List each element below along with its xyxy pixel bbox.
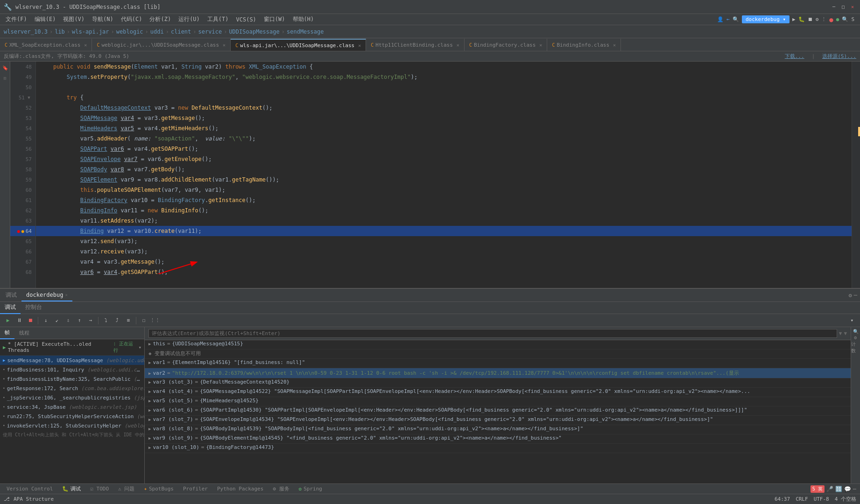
breadcrumb-service[interactable]: service [198, 28, 222, 35]
bottom-tab-spring[interactable]: ✿ Spring [294, 485, 327, 493]
menu-edit[interactable]: 编辑(E) [31, 14, 60, 24]
bottom-tab-services[interactable]: ⚙ 服务 [268, 484, 294, 493]
tab-close-bi[interactable]: ✕ [613, 42, 616, 48]
toolbar-debug-icon[interactable]: 🐛 [798, 16, 805, 22]
more-icon[interactable]: ⋯ [853, 486, 856, 492]
tab-binding-factory[interactable]: C BindingFactory.class ✕ [465, 39, 548, 51]
s-label-icon[interactable]: S 英 [811, 485, 825, 493]
download-link[interactable]: 下载... [785, 53, 804, 60]
expr-more[interactable]: ▼ [844, 330, 847, 336]
frame-item-3[interactable]: • getResponse:172, Search (com.bea.uddie… [0, 384, 144, 393]
debug-step-out[interactable]: ↑ [74, 315, 85, 326]
var-expand-var2[interactable]: ▶ [148, 371, 151, 376]
toolbar-back[interactable]: ← [726, 16, 730, 22]
bottom-tab-spotbugs[interactable]: ✦ SpotBugs [139, 485, 178, 493]
breadcrumb-jar[interactable]: wls-api.jar [72, 28, 109, 35]
bottom-tab-debug[interactable]: 🐛 调试 [57, 484, 85, 493]
frame-item-1[interactable]: • findBusiness:101, Inquiry (weblogic.ud… [0, 365, 144, 374]
toolbar-more-icon[interactable]: ⋮ [821, 16, 826, 22]
breadcrumb-weblogic[interactable]: weblogic [116, 28, 143, 35]
debug-settings[interactable]: ☐ [139, 315, 149, 326]
debug-frames[interactable]: ≡ [123, 315, 134, 326]
expression-input[interactable] [148, 329, 837, 338]
breadcrumb-uddi[interactable]: uddi [150, 28, 164, 35]
frame-item-5[interactable]: • service:34, JspBase (weblogic.servlet.… [0, 402, 144, 412]
var-expand-var5[interactable]: ▶ [148, 399, 151, 403]
var-expand-var4[interactable]: ▶ [148, 389, 151, 394]
var-expand-this[interactable]: ▶ [148, 342, 151, 346]
translate-icon[interactable]: 🔠 [835, 486, 842, 492]
tab-close-bf[interactable]: ✕ [539, 42, 542, 48]
select-source-link[interactable]: 选择源(S)... [822, 53, 856, 60]
close-button[interactable]: ✕ [849, 3, 856, 11]
var-expand-var6[interactable]: ▶ [148, 408, 151, 413]
frame-item-6[interactable]: • run22:75, StubSecurityHelperServiceAct… [0, 412, 144, 421]
menu-vcs[interactable]: VCS(S) [233, 15, 260, 24]
debug-stop-btn[interactable]: ⏹ [25, 315, 35, 326]
bottom-tab-problems[interactable]: ⚠ 问题 [113, 484, 139, 493]
debug-pause-btn[interactable]: ⏸ [14, 315, 24, 326]
debug-force-step[interactable]: ⇩ [63, 315, 73, 326]
tab-wls-api[interactable]: C wls-api.jar\...\UDDISoapMessage.class … [231, 39, 366, 51]
menu-analyze[interactable]: 分析(Z) [146, 14, 175, 24]
debug-evaluate[interactable]: ⤵ [101, 315, 111, 326]
mic-icon[interactable]: 🎤 [826, 486, 833, 492]
breadcrumb-class[interactable]: UDDISoapMessage [229, 28, 279, 35]
debug-right-search[interactable]: 🔍 [853, 329, 859, 334]
var-expand-var3[interactable]: ▶ [148, 380, 151, 385]
debug-tab-main[interactable]: dockerdebug ✕ [21, 289, 72, 301]
breadcrumb-root[interactable]: wlserver_10.3 [4, 28, 48, 35]
menu-nav[interactable]: 导航(N) [88, 14, 117, 24]
breadcrumb-lib[interactable]: lib [55, 28, 65, 35]
settings-icon[interactable]: ⚙ [849, 292, 852, 299]
toolbar-record-icon[interactable]: ● [829, 16, 833, 23]
minimize-panel-icon[interactable]: ─ [854, 292, 857, 299]
menu-code[interactable]: 代码(C) [117, 14, 146, 24]
bottom-tab-python[interactable]: Python Packages [212, 485, 268, 493]
restore-button[interactable]: □ [839, 3, 847, 11]
git-icon[interactable]: ⎇ [4, 496, 10, 502]
expr-expand[interactable]: ▼ [839, 330, 842, 336]
frame-item-4[interactable]: • _jspService:106, _searchpublicregistri… [0, 393, 144, 402]
breadcrumb-method[interactable]: sendMessage [287, 28, 324, 35]
menu-file[interactable]: 文件(F) [2, 14, 31, 24]
menu-tools[interactable]: 工具(T) [204, 14, 233, 24]
tab-weblogic-uddi[interactable]: C weblogic.jar\...\UDDISoapMessage.class… [92, 39, 231, 51]
toolbar-search-icon[interactable]: 🔍 [733, 16, 739, 22]
breadcrumb-client[interactable]: client [171, 28, 191, 35]
minimize-button[interactable]: ─ [830, 3, 838, 11]
frame-tab-threads[interactable]: 线程 [14, 327, 34, 339]
tab-close-wls[interactable]: ✕ [358, 43, 361, 48]
code-editor[interactable]: public void sendMessage(Element var1, St… [36, 62, 852, 288]
tab-xml-soap[interactable]: C XML_SoapException.class ✕ [0, 39, 92, 51]
toolbar-run-icon[interactable]: ▶ [792, 16, 796, 22]
thread-filter-icon[interactable]: ▾ [138, 344, 141, 350]
toolbar-gear-icon[interactable]: 🔍 [842, 16, 848, 22]
tab-http11[interactable]: C Http11ClientBinding.class ✕ [366, 39, 465, 51]
frame-tab-frames[interactable]: 帧 [0, 327, 14, 339]
var-expand-var8[interactable]: ▶ [148, 427, 151, 431]
sidebar-bookmark-icon[interactable]: 🔖 [1, 63, 9, 72]
debug-right-settings[interactable]: ⚙ [854, 335, 857, 340]
var-expand-var9[interactable]: ▶ [148, 436, 151, 441]
tab-close-http[interactable]: ✕ [457, 42, 459, 48]
frame-item-7[interactable]: • invokeServlet:125, StubSecurityHelper … [0, 421, 144, 430]
toolbar-s-icon[interactable]: S [851, 16, 854, 22]
debug-tab-close[interactable]: ✕ [65, 293, 67, 297]
tab-binding-info[interactable]: C BindingInfo.class ✕ [547, 39, 621, 51]
chat-icon[interactable]: 💬 [844, 486, 851, 492]
debug-step-over[interactable]: ↓ [41, 315, 51, 326]
var-expand-var7[interactable]: ▶ [148, 417, 151, 422]
menu-view[interactable]: 视图(V) [59, 14, 88, 24]
breakpoint-icon-64[interactable]: ● [17, 229, 20, 234]
debug-watches[interactable]: ⤴ [112, 315, 122, 326]
subtab-debug[interactable]: 调试 [0, 302, 21, 314]
menu-help[interactable]: 帮助(H) [289, 14, 318, 24]
dockerdebug-indicator[interactable]: dockerdebug ▾ [742, 15, 790, 23]
bottom-tab-vcs[interactable]: Version Control [2, 485, 57, 493]
var-expand-var10[interactable]: ▶ [148, 445, 151, 450]
frame-item-2[interactable]: • findBusinessListByName:325, SearchPubl… [0, 374, 144, 384]
fold-icon-51[interactable]: ▼ [26, 95, 32, 100]
debug-resume-btn[interactable]: ▶ [3, 315, 13, 326]
menu-run[interactable]: 运行(U) [175, 14, 204, 24]
